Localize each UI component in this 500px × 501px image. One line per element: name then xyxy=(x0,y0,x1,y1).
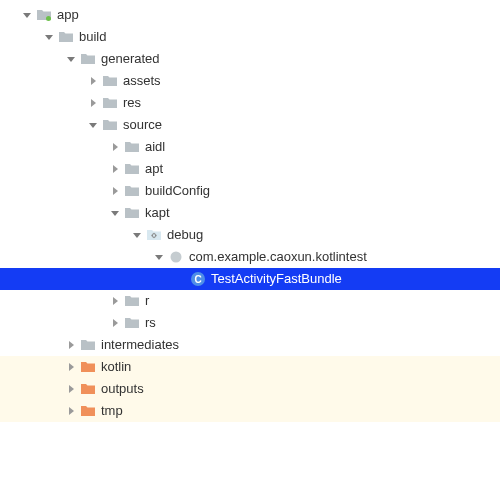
tree-item-source[interactable]: source xyxy=(0,114,500,136)
chevron-right-icon[interactable] xyxy=(108,162,122,176)
folder-icon xyxy=(102,73,118,89)
tree-item-debug[interactable]: debug xyxy=(0,224,500,246)
kotlin-folder-icon xyxy=(80,403,96,419)
tree-item-kotlin[interactable]: kotlin xyxy=(0,356,500,378)
module-folder-icon xyxy=(36,7,52,23)
chevron-down-icon[interactable] xyxy=(152,250,166,264)
folder-icon xyxy=(58,29,74,45)
tree-item-label: rs xyxy=(145,312,156,334)
svg-text:C: C xyxy=(194,274,201,285)
folder-icon xyxy=(80,337,96,353)
folder-icon xyxy=(124,183,140,199)
tree-item-label: debug xyxy=(167,224,203,246)
special-folder-icon xyxy=(146,227,162,243)
tree-item-outputs[interactable]: outputs xyxy=(0,378,500,400)
tree-item-label: buildConfig xyxy=(145,180,210,202)
chevron-right-icon[interactable] xyxy=(108,184,122,198)
chevron-right-icon[interactable] xyxy=(86,74,100,88)
chevron-right-icon[interactable] xyxy=(64,382,78,396)
chevron-down-icon[interactable] xyxy=(20,8,34,22)
chevron-right-icon[interactable] xyxy=(64,404,78,418)
tree-item-label: assets xyxy=(123,70,161,92)
chevron-right-icon[interactable] xyxy=(108,294,122,308)
chevron-right-icon[interactable] xyxy=(108,140,122,154)
tree-item-r[interactable]: r xyxy=(0,290,500,312)
tree-item-label: aidl xyxy=(145,136,165,158)
chevron-down-icon[interactable] xyxy=(130,228,144,242)
chevron-right-icon[interactable] xyxy=(86,96,100,110)
tree-item-apt[interactable]: apt xyxy=(0,158,500,180)
folder-icon xyxy=(102,117,118,133)
tree-item-label: r xyxy=(145,290,149,312)
chevron-down-icon[interactable] xyxy=(64,52,78,66)
project-tree[interactable]: appbuildgeneratedassetsressourceaidlaptb… xyxy=(0,0,500,422)
tree-item-label: app xyxy=(57,4,79,26)
folder-icon xyxy=(124,315,140,331)
tree-item-label: TestActivityFastBundle xyxy=(211,268,342,290)
folder-icon xyxy=(102,95,118,111)
package-icon xyxy=(168,249,184,265)
svg-point-1 xyxy=(171,252,182,263)
class-icon: C xyxy=(190,271,206,287)
folder-icon xyxy=(80,51,96,67)
tree-item-kapt[interactable]: kapt xyxy=(0,202,500,224)
tree-item-res[interactable]: res xyxy=(0,92,500,114)
chevron-right-icon[interactable] xyxy=(108,316,122,330)
folder-icon xyxy=(124,205,140,221)
tree-item-buildconfig[interactable]: buildConfig xyxy=(0,180,500,202)
tree-item-tmp[interactable]: tmp xyxy=(0,400,500,422)
folder-icon xyxy=(124,161,140,177)
chevron-down-icon[interactable] xyxy=(108,206,122,220)
tree-item-label: kotlin xyxy=(101,356,131,378)
tree-item-label: tmp xyxy=(101,400,123,422)
tree-item-assets[interactable]: assets xyxy=(0,70,500,92)
tree-item-rs[interactable]: rs xyxy=(0,312,500,334)
tree-item-testactivity[interactable]: CTestActivityFastBundle xyxy=(0,268,500,290)
tree-item-label: intermediates xyxy=(101,334,179,356)
folder-icon xyxy=(124,139,140,155)
tree-item-generated[interactable]: generated xyxy=(0,48,500,70)
kotlin-folder-icon xyxy=(80,381,96,397)
folder-icon xyxy=(124,293,140,309)
chevron-right-icon[interactable] xyxy=(64,360,78,374)
tree-item-label: kapt xyxy=(145,202,170,224)
tree-item-intermediates[interactable]: intermediates xyxy=(0,334,500,356)
arrow-none xyxy=(174,272,188,286)
tree-item-label: com.example.caoxun.kotlintest xyxy=(189,246,367,268)
svg-point-0 xyxy=(46,16,51,21)
chevron-right-icon[interactable] xyxy=(64,338,78,352)
tree-item-package[interactable]: com.example.caoxun.kotlintest xyxy=(0,246,500,268)
tree-item-label: outputs xyxy=(101,378,144,400)
chevron-down-icon[interactable] xyxy=(86,118,100,132)
tree-item-label: apt xyxy=(145,158,163,180)
tree-item-app[interactable]: app xyxy=(0,4,500,26)
tree-item-label: generated xyxy=(101,48,160,70)
chevron-down-icon[interactable] xyxy=(42,30,56,44)
tree-item-label: build xyxy=(79,26,106,48)
kotlin-folder-icon xyxy=(80,359,96,375)
tree-item-aidl[interactable]: aidl xyxy=(0,136,500,158)
tree-item-build[interactable]: build xyxy=(0,26,500,48)
tree-item-label: source xyxy=(123,114,162,136)
tree-item-label: res xyxy=(123,92,141,114)
